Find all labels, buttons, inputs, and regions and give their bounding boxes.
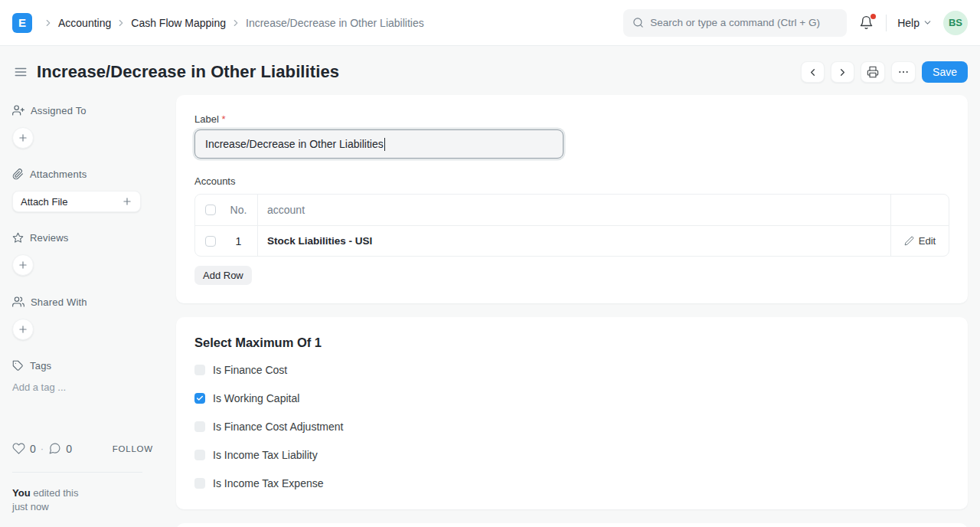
chevron-down-icon [923, 18, 933, 28]
app-logo[interactable]: E [12, 13, 32, 33]
attach-file-label: Attach File [21, 196, 67, 208]
accounts-section-label: Accounts [194, 175, 949, 187]
page-title: Increase/Decrease in Other Liabilities [37, 62, 339, 82]
label-input[interactable]: Increase/Decrease in Other Liabilities [194, 129, 564, 159]
checkbox-row-is-income-tax-expense[interactable]: Is Income Tax Expense [194, 477, 949, 489]
is-income-tax-liability-checkbox[interactable] [194, 450, 205, 460]
is-finance-cost-adjustment-checkbox[interactable] [194, 421, 205, 432]
activity-action: edited this [33, 487, 78, 499]
column-account: account [258, 195, 890, 225]
tag-icon [12, 360, 24, 372]
help-menu[interactable]: Help [897, 17, 933, 29]
check-icon [196, 394, 204, 402]
plus-icon [18, 324, 28, 335]
checkbox-row-is-finance-cost[interactable]: Is Finance Cost [194, 364, 949, 376]
prev-document-button[interactable] [801, 61, 825, 83]
breadcrumb-accounting[interactable]: Accounting [58, 17, 111, 29]
add-assignment-button[interactable] [12, 127, 34, 149]
breadcrumb: Accounting Cash Flow Mapping Increase/De… [43, 17, 424, 29]
reviews-section: Reviews [12, 232, 153, 276]
comment-icon[interactable] [48, 442, 61, 455]
next-section-card [176, 523, 968, 527]
assigned-to-section: Assigned To [12, 104, 153, 149]
label-input-value: Increase/Decrease in Other Liabilities [205, 138, 384, 150]
help-label: Help [897, 17, 920, 29]
page-head: Increase/Decrease in Other Liabilities S… [0, 46, 980, 95]
users-icon [12, 296, 24, 308]
shared-with-label: Shared With [31, 296, 87, 308]
ellipsis-icon [897, 66, 910, 78]
accounts-table: No. account 1 Stock Liabilities - USI Ed… [194, 194, 949, 257]
is-working-capital-checkbox[interactable] [194, 393, 205, 404]
checkbox-row-is-working-capital[interactable]: Is Working Capital [194, 392, 949, 404]
edit-label: Edit [919, 235, 936, 247]
checkbox-row-is-finance-cost-adjustment[interactable]: Is Finance Cost Adjustment [194, 421, 949, 433]
is-income-tax-expense-checkbox[interactable] [194, 478, 205, 489]
chevron-right-icon [116, 18, 126, 28]
activity-when: just now [12, 501, 49, 512]
chevron-right-icon [43, 18, 54, 28]
like-count[interactable]: 0 [30, 443, 36, 455]
attachments-section: Attachments Attach File [12, 169, 153, 212]
table-row: 1 Stock Liabilities - USI Edit [195, 225, 949, 256]
assign-user-icon [12, 104, 24, 116]
activity-edited: You edited this just now [12, 486, 153, 514]
column-actions [890, 195, 949, 225]
text-caret [384, 138, 385, 151]
follow-button[interactable]: FOLLOW [113, 444, 153, 453]
navbar: E Accounting Cash Flow Mapping Increase/… [0, 0, 980, 46]
dot-separator: · [41, 443, 44, 454]
tags-section: Tags Add a tag ... [12, 360, 153, 393]
checkbox-label: Is Finance Cost Adjustment [213, 421, 343, 433]
search-input[interactable]: Search or type a command (Ctrl + G) [623, 9, 847, 37]
printer-icon [867, 66, 879, 78]
row-checkbox[interactable] [205, 236, 216, 247]
add-review-button[interactable] [12, 254, 34, 276]
column-no: No. [230, 204, 247, 216]
add-row-button[interactable]: Add Row [194, 266, 252, 285]
sidebar-footer: 0 · 0 FOLLOW You edited this just now Yo… [12, 442, 153, 527]
star-icon [12, 232, 24, 244]
breadcrumb-current: Increase/Decrease in Other Liabilities [246, 17, 424, 29]
chevron-left-icon [807, 67, 818, 78]
attach-file-button[interactable]: Attach File [12, 191, 141, 212]
edit-row-button[interactable]: Edit [904, 235, 936, 247]
avatar[interactable]: BS [943, 11, 968, 35]
select-maximum-heading: Select Maximum Of 1 [194, 336, 949, 350]
print-button[interactable] [861, 61, 885, 83]
checkbox-label: Is Income Tax Expense [213, 477, 323, 489]
form-body: Label * Increase/Decrease in Other Liabi… [176, 95, 968, 527]
required-asterisk: * [221, 113, 225, 125]
account-link[interactable]: Stock Liabilities - USI [267, 235, 372, 247]
form-sidebar: Assigned To Attachments Attach File [12, 95, 153, 527]
add-tag-input[interactable]: Add a tag ... [12, 381, 153, 393]
navbar-right: Search or type a command (Ctrl + G) Help… [623, 9, 968, 37]
add-share-button[interactable] [12, 319, 34, 340]
sidebar-toggle-menu-icon[interactable] [12, 64, 29, 80]
chevron-right-icon [230, 18, 241, 28]
is-finance-cost-checkbox[interactable] [194, 365, 205, 375]
accounts-table-header: No. account [195, 195, 949, 225]
comment-count[interactable]: 0 [66, 443, 72, 455]
notifications-button[interactable] [858, 14, 875, 31]
search-placeholder: Search or type a command (Ctrl + G) [650, 17, 820, 28]
more-options-button[interactable] [891, 61, 916, 83]
like-heart-icon[interactable] [12, 442, 25, 455]
label-field-label: Label * [194, 113, 949, 125]
chevron-right-icon [837, 67, 848, 78]
pencil-icon [904, 236, 914, 246]
assigned-to-label: Assigned To [31, 105, 87, 116]
checkbox-label: Is Working Capital [213, 392, 299, 404]
save-button[interactable]: Save [922, 61, 968, 83]
next-document-button[interactable] [831, 61, 854, 83]
details-card: Label * Increase/Decrease in Other Liabi… [176, 95, 968, 303]
tags-label: Tags [30, 360, 51, 372]
checkbox-row-is-income-tax-liability[interactable]: Is Income Tax Liability [194, 449, 949, 461]
select-maximum-card: Select Maximum Of 1 Is Finance Cost Is W… [176, 317, 968, 509]
plus-icon [122, 196, 132, 207]
plus-icon [18, 260, 28, 270]
breadcrumb-cash-flow-mapping[interactable]: Cash Flow Mapping [131, 17, 226, 29]
page-actions: Save [801, 61, 968, 83]
select-all-checkbox[interactable] [205, 205, 216, 215]
checkbox-label: Is Income Tax Liability [213, 449, 318, 461]
